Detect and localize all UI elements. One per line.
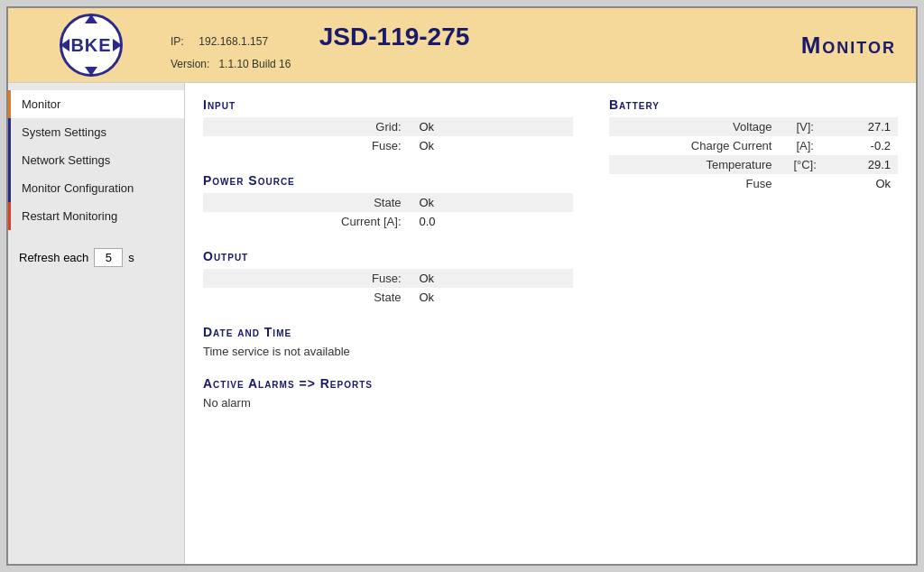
ps-state-label: State [203,193,407,212]
output-fuse-label: Fuse: [203,269,407,288]
ip-value: 192.168.1.157 [199,35,268,48]
header-info: IP: 192.168.1.157 JSD-119-275 Version: 1… [163,18,801,72]
power-source-section: Power Source State Ok Current [A]: 0.0 [203,173,573,231]
sidebar-item-monitor-config[interactable]: Monitor Configuration [8,174,184,202]
table-row: Fuse: Ok [203,269,573,288]
output-fuse-value: Ok [407,269,574,288]
power-source-table: State Ok Current [A]: 0.0 [203,193,573,231]
battery-temp-unit: [°C]: [777,155,832,174]
input-fuse-label: Fuse: [203,136,407,155]
sidebar: Monitor System Settings Network Settings… [8,83,185,564]
page-title: Monitor [801,32,905,60]
alarms-title: Active Alarms => Reports [203,376,573,391]
refresh-input[interactable]: 5 [94,248,123,267]
table-row: Grid: Ok [203,117,573,136]
sidebar-item-network-settings[interactable]: Network Settings [8,146,184,174]
input-table: Grid: Ok Fuse: Ok [203,117,573,155]
logo-text: BKE [70,35,111,56]
table-row: Fuse: Ok [203,136,573,155]
table-row: State Ok [203,193,573,212]
arrow-left-icon [60,39,69,51]
input-grid-value: Ok [407,117,574,136]
table-row: Fuse Ok [609,174,898,193]
battery-voltage-value: 27.1 [833,117,898,136]
header: BKE IP: 192.168.1.157 JSD-119-275 Versio… [8,8,916,83]
output-table: Fuse: Ok State Ok [203,269,573,307]
input-fuse-value: Ok [407,136,574,155]
version-label: Version: [171,58,209,70]
ps-current-label: Current [A]: [203,212,407,231]
battery-fuse-value: Ok [833,174,898,193]
refresh-label: Refresh each [19,251,88,264]
battery-charge-name: Charge Current [609,136,777,155]
version-value: 1.1.10 Build 16 [218,58,291,70]
table-row: Charge Current [A]: -0.2 [609,136,898,155]
power-source-title: Power Source [203,173,573,188]
ps-state-value: Ok [407,193,574,212]
datetime-title: Date and Time [203,325,573,339]
table-row: Temperature [°C]: 29.1 [609,155,898,174]
battery-fuse-name: Fuse [609,174,777,193]
output-state-value: Ok [407,288,574,307]
table-row: Voltage [V]: 27.1 [609,117,898,136]
header-meta: IP: 192.168.1.157 JSD-119-275 Version: 1… [171,18,801,72]
battery-section: Battery Voltage [V]: 27.1 Charge Current… [609,97,898,193]
battery-voltage-unit: [V]: [777,117,832,136]
sidebar-item-monitor[interactable]: Monitor [8,90,184,118]
sidebar-item-system-settings[interactable]: System Settings [8,118,184,146]
datetime-section: Date and Time Time service is not availa… [203,325,573,358]
main-layout: Monitor System Settings Network Settings… [8,83,916,564]
output-section: Output Fuse: Ok State Ok [203,249,573,307]
battery-voltage-name: Voltage [609,117,777,136]
left-column: Input Grid: Ok Fuse: Ok Power So [203,97,573,549]
alarms-message: No alarm [203,396,573,410]
arrow-up-icon [85,14,97,23]
device-title: JSD-119-275 [319,18,470,56]
refresh-area: Refresh each 5 s [8,237,184,278]
sidebar-item-restart-monitoring[interactable]: Restart Monitoring [8,202,184,230]
battery-fuse-unit [777,174,832,193]
battery-table: Voltage [V]: 27.1 Charge Current [A]: -0… [609,117,898,193]
battery-title: Battery [609,97,898,112]
arrow-right-icon [113,39,122,51]
content-area: Input Grid: Ok Fuse: Ok Power So [185,83,916,564]
output-state-label: State [203,288,407,307]
arrow-down-icon [85,67,97,76]
table-row: State Ok [203,288,573,307]
logo: BKE [60,14,123,77]
battery-charge-value: -0.2 [833,136,898,155]
input-section-title: Input [203,97,573,112]
logo-area: BKE [19,14,163,77]
output-section-title: Output [203,249,573,263]
ip-label: IP: [171,35,184,48]
refresh-unit: s [128,251,134,264]
table-row: Current [A]: 0.0 [203,212,573,231]
battery-charge-unit: [A]: [777,136,832,155]
battery-temp-name: Temperature [609,155,777,174]
right-column: Battery Voltage [V]: 27.1 Charge Current… [609,97,898,549]
alarms-section: Active Alarms => Reports No alarm [203,376,573,410]
input-section: Input Grid: Ok Fuse: Ok [203,97,573,155]
datetime-message: Time service is not available [203,345,573,358]
battery-temp-value: 29.1 [833,155,898,174]
input-grid-label: Grid: [203,117,407,136]
ps-current-value: 0.0 [407,212,574,231]
